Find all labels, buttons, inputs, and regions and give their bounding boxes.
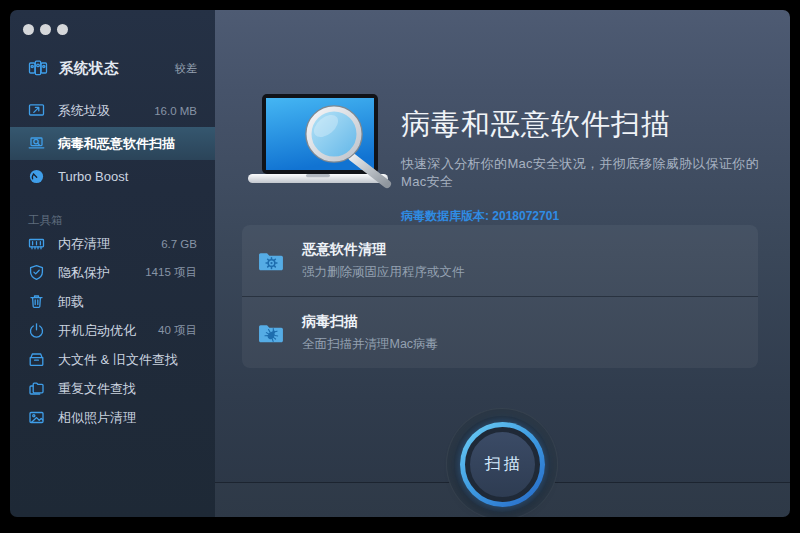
sidebar-item-turbo-boost[interactable]: Turbo Boost [10, 160, 215, 193]
sidebar-item-label: 内存清理 [58, 235, 110, 253]
sidebar-item-value: 1415 项目 [145, 265, 197, 280]
sidebar-item-virus-malware-scan[interactable]: 病毒和恶意软件扫描 [10, 127, 215, 160]
sidebar-item-label: 系统垃圾 [58, 102, 110, 120]
sidebar-item-label: Turbo Boost [58, 169, 128, 184]
window-controls [23, 24, 68, 35]
sidebar-item-system-status[interactable]: 系统状态 较差 [10, 50, 215, 86]
sidebar-item-value: 6.7 GB [161, 238, 197, 250]
card-description: 强力删除顽固应用程序或文件 [302, 264, 465, 281]
sidebar-item-label: 重复文件查找 [58, 380, 136, 398]
sidebar-item-duplicate-files[interactable]: 重复文件查找 [10, 374, 215, 403]
hero-text: 病毒和恶意软件扫描 快速深入分析你的Mac安全状况，并彻底移除威胁以保证你的Ma… [401, 105, 776, 225]
card-description: 全面扫描并清理Mac病毒 [302, 336, 438, 353]
sidebar-item-large-old-files[interactable]: 大文件 & 旧文件查找 [10, 345, 215, 374]
tool-cards: 恶意软件清理 强力删除顽固应用程序或文件 [242, 225, 758, 368]
monitor-arrow-icon [28, 102, 45, 119]
power-icon [28, 322, 45, 339]
card-malware-clean[interactable]: 恶意软件清理 强力删除顽固应用程序或文件 [242, 225, 758, 297]
sidebar-nav: 系统垃圾 16.0 MB 病毒和恶意软件扫描 [10, 94, 215, 193]
scan-button-label: 扫描 [482, 454, 523, 475]
scan-button-core: 扫描 [465, 427, 540, 502]
duplicate-folders-icon [28, 380, 45, 397]
archive-box-icon [28, 351, 45, 368]
card-title: 病毒扫描 [302, 313, 438, 331]
sidebar-item-label: 病毒和恶意软件扫描 [58, 135, 175, 153]
malware-folder-icon [258, 250, 285, 272]
photo-icon [28, 409, 45, 426]
sidebar-item-privacy[interactable]: 隐私保护 1415 项目 [10, 258, 215, 287]
memory-icon [28, 235, 45, 252]
sidebar-item-value: 40 项目 [158, 323, 197, 338]
scan-button-ring: 扫描 [460, 422, 545, 507]
sidebar-item-system-junk[interactable]: 系统垃圾 16.0 MB [10, 94, 215, 127]
sidebar-item-label: 卸载 [58, 293, 84, 311]
trash-icon [28, 293, 45, 310]
virus-db-version: 病毒数据库版本: 2018072701 [401, 208, 776, 225]
system-status-label: 系统状态 [59, 59, 119, 78]
sidebar: 系统状态 较差 系统垃圾 16.0 MB [10, 10, 215, 517]
virus-folder-icon [258, 322, 285, 344]
toolbox-section-label: 工具箱 [28, 213, 63, 228]
sidebar-item-label: 隐私保护 [58, 264, 110, 282]
close-button[interactable] [23, 24, 34, 35]
page-subtitle: 快速深入分析你的Mac安全状况，并彻底移除威胁以保证你的Mac安全 [401, 155, 776, 191]
sidebar-item-uninstall[interactable]: 卸载 [10, 287, 215, 316]
sidebar-item-startup-optimize[interactable]: 开机启动优化 40 项目 [10, 316, 215, 345]
app-window: 系统状态 较差 系统垃圾 16.0 MB [10, 10, 790, 517]
zoom-button[interactable] [57, 24, 68, 35]
laptop-scan-icon [28, 135, 45, 152]
sidebar-toolbox: 内存清理 6.7 GB 隐私保护 1415 项目 [10, 229, 215, 432]
card-virus-scan[interactable]: 病毒扫描 全面扫描并清理Mac病毒 [242, 297, 758, 368]
sidebar-item-label: 大文件 & 旧文件查找 [58, 351, 178, 369]
sidebar-item-label: 开机启动优化 [58, 322, 136, 340]
scan-button[interactable]: 扫描 [454, 416, 550, 512]
main-panel: 病毒和恶意软件扫描 快速深入分析你的Mac安全状况，并彻底移除威胁以保证你的Ma… [215, 10, 790, 517]
page-title: 病毒和恶意软件扫描 [401, 105, 776, 145]
system-status-badge: 较差 [175, 61, 197, 76]
card-title: 恶意软件清理 [302, 241, 465, 259]
laptop-magnifier-illustration [248, 94, 400, 200]
sidebar-item-value: 16.0 MB [154, 105, 197, 117]
system-status-icon [28, 58, 48, 78]
minimize-button[interactable] [40, 24, 51, 35]
speedometer-icon [28, 168, 45, 185]
sidebar-item-label: 相似照片清理 [58, 409, 136, 427]
sidebar-item-similar-photos[interactable]: 相似照片清理 [10, 403, 215, 432]
sidebar-item-memory-clean[interactable]: 内存清理 6.7 GB [10, 229, 215, 258]
shield-check-icon [28, 264, 45, 281]
